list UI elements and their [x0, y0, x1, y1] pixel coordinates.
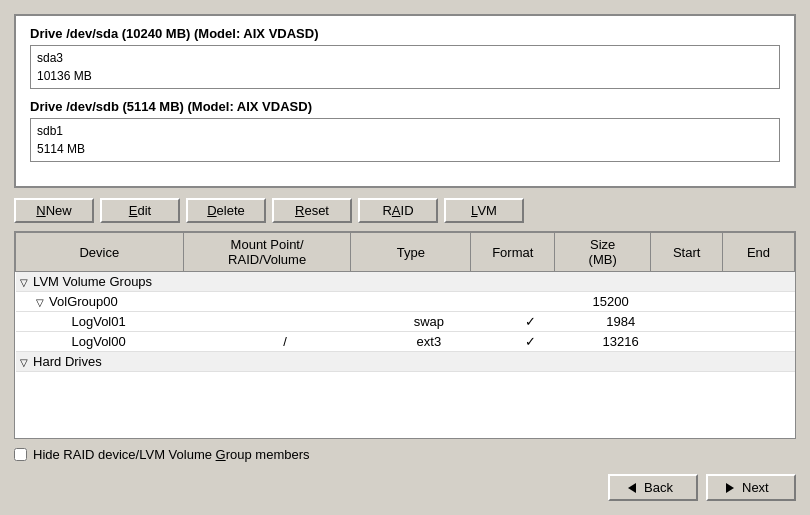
table-row[interactable]: LogVol00 / ext3 ✓ 13216: [16, 332, 795, 352]
col-size-header: Size(MB): [555, 233, 651, 272]
next-button[interactable]: Next: [706, 474, 796, 501]
logvol01-end: [723, 312, 795, 332]
new-button[interactable]: NNew: [14, 198, 94, 223]
group-harddrives-label: ▽ Hard Drives: [16, 352, 795, 372]
edit-button[interactable]: Edit: [100, 198, 180, 223]
hide-raid-label[interactable]: Hide RAID device/LVM Volume Group member…: [33, 447, 310, 462]
drive2-line1: sdb1: [37, 122, 773, 140]
logvol00-format: ✓: [471, 332, 555, 352]
drive1-title: Drive /dev/sda (10240 MB) (Model: AIX VD…: [30, 26, 780, 41]
logvol00-size: 13216: [555, 332, 651, 352]
expand-volgroup-icon: ▽: [36, 297, 44, 308]
drive2-line2: 5114 MB: [37, 140, 773, 158]
logvol01-size: 1984: [555, 312, 651, 332]
logvol00-mount: /: [183, 332, 351, 352]
table-scroll[interactable]: Device Mount Point/RAID/Volume Type Form…: [15, 232, 795, 438]
hide-raid-checkbox[interactable]: [14, 448, 27, 461]
volgroup-size: 15200: [555, 292, 651, 312]
logvol00-end: [723, 332, 795, 352]
back-label: Back: [644, 480, 673, 495]
back-button[interactable]: Back: [608, 474, 698, 501]
partition-table-container: Device Mount Point/RAID/Volume Type Form…: [14, 231, 796, 439]
drive2-title: Drive /dev/sdb (5114 MB) (Model: AIX VDA…: [30, 99, 780, 114]
logvol00-type: ext3: [351, 332, 471, 352]
logvol01-type: swap: [351, 312, 471, 332]
drive2-info: sdb1 5114 MB: [30, 118, 780, 162]
expand-lvm-icon: ▽: [20, 277, 28, 288]
hide-raid-row: Hide RAID device/LVM Volume Group member…: [14, 445, 796, 464]
lvm-button[interactable]: LVM: [444, 198, 524, 223]
delete-button[interactable]: Delete: [186, 198, 266, 223]
expand-harddrives-icon: ▽: [20, 357, 28, 368]
toolbar: NNew Edit Delete Reset RAID LVM: [14, 198, 796, 223]
logvol01-mount: [183, 312, 351, 332]
table-row[interactable]: ▽ Hard Drives: [16, 352, 795, 372]
drive1-line1: sda3: [37, 49, 773, 67]
drive-panel: Drive /dev/sda (10240 MB) (Model: AIX VD…: [14, 14, 796, 188]
col-start-header: Start: [651, 233, 723, 272]
table-row[interactable]: LogVol01 swap ✓ 1984: [16, 312, 795, 332]
next-label: Next: [742, 480, 769, 495]
col-type-header: Type: [351, 233, 471, 272]
logvol01-format: ✓: [471, 312, 555, 332]
raid-button[interactable]: RAID: [358, 198, 438, 223]
col-format-header: Format: [471, 233, 555, 272]
group-lvm-label: ▽ LVM Volume Groups: [16, 272, 795, 292]
col-end-header: End: [723, 233, 795, 272]
logvol01-start: [651, 312, 723, 332]
logvol00-device: LogVol00: [16, 332, 184, 352]
col-mount-header: Mount Point/RAID/Volume: [183, 233, 351, 272]
reset-button[interactable]: Reset: [272, 198, 352, 223]
table-row[interactable]: ▽ LVM Volume Groups: [16, 272, 795, 292]
drive1-info: sda3 10136 MB: [30, 45, 780, 89]
bottom-bar: Back Next: [14, 474, 796, 501]
table-row[interactable]: ▽ VolGroup00 15200: [16, 292, 795, 312]
drive1-line2: 10136 MB: [37, 67, 773, 85]
logvol00-start: [651, 332, 723, 352]
logvol01-device: LogVol01: [16, 312, 184, 332]
partition-table: Device Mount Point/RAID/Volume Type Form…: [15, 232, 795, 372]
back-icon: [628, 483, 636, 493]
col-device-header: Device: [16, 233, 184, 272]
subgroup-volgroup-label: ▽ VolGroup00: [16, 292, 471, 312]
next-icon: [726, 483, 734, 493]
